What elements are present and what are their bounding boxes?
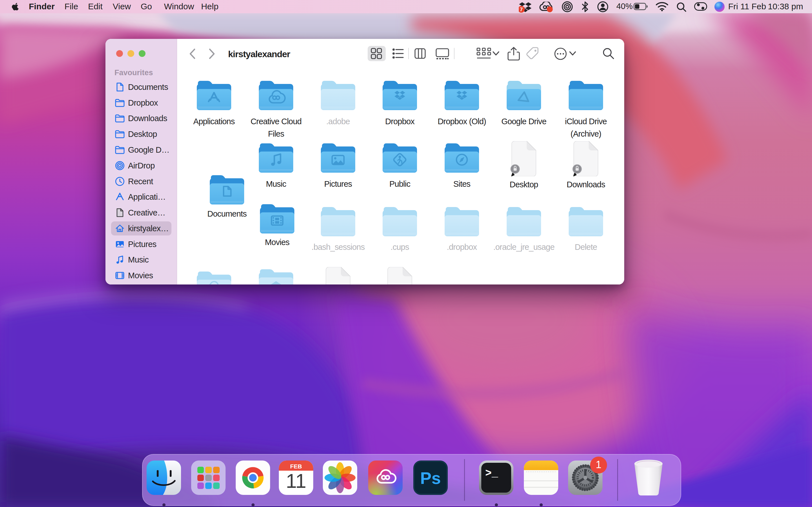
- svg-text:11: 11: [286, 470, 306, 492]
- svg-text:>_: >_: [485, 467, 498, 480]
- svg-text:7: 7: [520, 6, 523, 12]
- svg-text:FEB: FEB: [290, 463, 302, 469]
- svg-text:Ps: Ps: [420, 469, 441, 488]
